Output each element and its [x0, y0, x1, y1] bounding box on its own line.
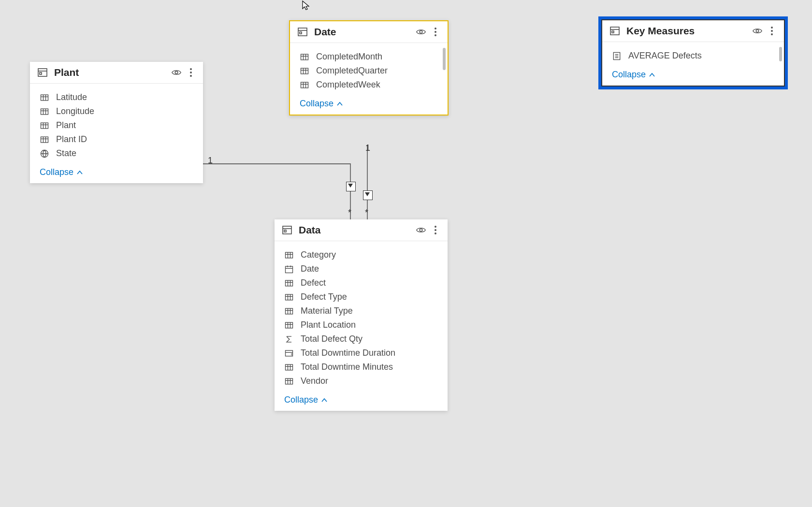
cardinality-many: *: [348, 208, 351, 218]
field-defect-type[interactable]: Defect Type: [275, 290, 448, 304]
field-average-defects[interactable]: AVERAGE Defects: [602, 49, 784, 63]
svg-point-90: [771, 33, 773, 35]
svg-rect-11: [41, 109, 48, 115]
field-longitude[interactable]: Longitude: [30, 104, 203, 118]
more-options-icon[interactable]: [767, 26, 777, 36]
table-header[interactable]: Date: [290, 21, 448, 43]
field-label: Vendor: [301, 376, 328, 386]
field-defect[interactable]: Defect: [275, 276, 448, 290]
scrollbar-thumb[interactable]: [779, 47, 782, 61]
column-icon: [284, 250, 294, 260]
field-total-downtime-minutes[interactable]: Total Downtime Minutes: [275, 360, 448, 374]
field-label: Longitude: [56, 106, 94, 116]
more-options-icon[interactable]: [430, 225, 441, 235]
field-completedweek[interactable]: CompletedWeek: [290, 78, 448, 92]
visibility-icon[interactable]: [752, 26, 763, 36]
field-label: State: [56, 148, 76, 159]
svg-rect-19: [41, 137, 48, 143]
collapse-button[interactable]: Collapse: [290, 95, 448, 115]
scrollbar-thumb[interactable]: [443, 48, 446, 70]
svg-rect-2: [40, 72, 42, 74]
measure-icon: [612, 51, 622, 61]
table-data[interactable]: Data CategoryDateDefectDefect TypeMateri…: [275, 219, 448, 411]
field-label: Total Downtime Minutes: [301, 362, 393, 372]
table-plant[interactable]: Plant LatitudeLongitudePlantPlant IDStat…: [30, 62, 203, 183]
field-label: CompletedQuarter: [316, 66, 388, 76]
column-icon: [284, 320, 294, 330]
field-completedquarter[interactable]: CompletedQuarter: [290, 64, 448, 78]
svg-rect-45: [284, 230, 286, 232]
chevron-up-icon: [321, 397, 328, 404]
chevron-up-icon: [76, 169, 83, 176]
svg-point-3: [175, 71, 178, 74]
column-icon: [300, 66, 309, 76]
more-options-icon[interactable]: [430, 27, 441, 37]
svg-rect-74: [286, 350, 293, 356]
svg-point-49: [435, 232, 436, 234]
svg-point-46: [420, 229, 422, 232]
svg-rect-54: [286, 266, 293, 273]
field-latitude[interactable]: Latitude: [30, 90, 203, 104]
table-header[interactable]: Plant: [30, 62, 203, 84]
field-label: Category: [301, 250, 336, 260]
visibility-icon[interactable]: [171, 67, 182, 78]
field-label: Plant Location: [301, 320, 356, 330]
column-icon: [284, 377, 294, 386]
field-list: AVERAGE Defects: [602, 42, 784, 66]
sigma-icon: [284, 334, 294, 344]
field-category[interactable]: Category: [275, 248, 448, 262]
table-header[interactable]: Data: [275, 219, 448, 241]
svg-rect-58: [286, 280, 293, 286]
field-vendor[interactable]: Vendor: [275, 374, 448, 388]
svg-rect-62: [286, 294, 293, 300]
field-label: Total Defect Qty: [301, 334, 362, 344]
table-key-measures[interactable]: Key Measures AVERAGE Defects Collapse: [601, 19, 785, 87]
svg-point-89: [771, 30, 773, 32]
visibility-icon[interactable]: [416, 225, 426, 235]
hierarchy-icon: [284, 348, 294, 358]
field-material-type[interactable]: Material Type: [275, 304, 448, 318]
table-header[interactable]: Key Measures: [602, 20, 784, 42]
svg-rect-76: [286, 364, 293, 370]
field-plant-location[interactable]: Plant Location: [275, 318, 448, 332]
field-date[interactable]: Date: [275, 262, 448, 276]
collapse-button[interactable]: Collapse: [275, 391, 448, 411]
collapse-button[interactable]: Collapse: [602, 66, 784, 86]
table-icon: [609, 25, 621, 37]
table-icon: [281, 224, 293, 236]
svg-point-87: [756, 29, 759, 32]
table-title: Date: [314, 26, 412, 38]
field-total-defect-qty[interactable]: Total Defect Qty: [275, 332, 448, 346]
svg-point-88: [771, 27, 773, 29]
svg-rect-7: [41, 95, 48, 101]
field-label: CompletedMonth: [316, 52, 382, 62]
more-options-icon[interactable]: [186, 67, 196, 78]
field-label: Total Downtime Duration: [301, 348, 395, 358]
column-icon: [40, 121, 49, 130]
table-icon: [37, 67, 48, 78]
table-title: Plant: [54, 67, 167, 78]
cardinality-many: *: [365, 208, 368, 218]
collapse-button[interactable]: Collapse: [30, 163, 203, 183]
column-icon: [40, 135, 49, 145]
field-plant-id[interactable]: Plant ID: [30, 132, 203, 146]
field-label: Defect Type: [301, 292, 347, 302]
field-state[interactable]: State: [30, 146, 203, 160]
column-icon: [40, 107, 49, 116]
field-total-downtime-duration[interactable]: Total Downtime Duration: [275, 346, 448, 360]
field-label: Latitude: [56, 92, 87, 102]
model-canvas[interactable]: 1 1 * * Plant LatitudeLongitudePlantPlan…: [0, 0, 812, 507]
svg-point-4: [190, 68, 192, 70]
svg-point-28: [435, 28, 436, 29]
field-label: Date: [301, 264, 319, 274]
cardinality-one: 1: [208, 156, 213, 166]
field-completedmonth[interactable]: CompletedMonth: [290, 50, 448, 64]
table-icon: [297, 26, 308, 38]
table-date[interactable]: Date CompletedMonthCompletedQuarterCompl…: [289, 20, 449, 116]
table-title: Data: [299, 224, 412, 236]
field-plant[interactable]: Plant: [30, 118, 203, 132]
visibility-icon[interactable]: [416, 27, 426, 37]
svg-point-29: [435, 31, 436, 33]
column-icon: [284, 362, 294, 372]
field-label: CompletedWeek: [316, 80, 380, 90]
